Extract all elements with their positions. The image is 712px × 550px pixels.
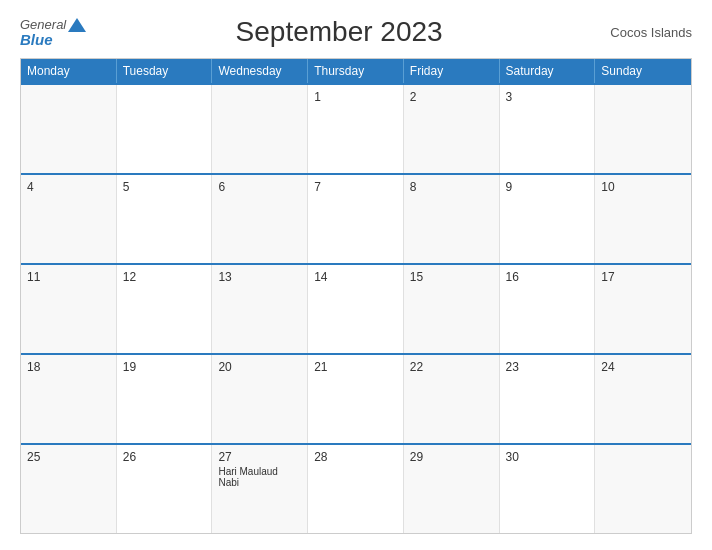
- logo: General Blue: [20, 18, 86, 47]
- table-row: [595, 85, 691, 173]
- table-row: 4: [21, 175, 117, 263]
- table-row: 24: [595, 355, 691, 443]
- weekday-thursday: Thursday: [308, 59, 404, 83]
- table-row: 27 Hari Maulaud Nabi: [212, 445, 308, 533]
- calendar-week-5: 25 26 27 Hari Maulaud Nabi 28 29 30: [21, 443, 691, 533]
- page-title: September 2023: [86, 16, 592, 48]
- weekday-monday: Monday: [21, 59, 117, 83]
- logo-blue-text: Blue: [20, 32, 53, 47]
- table-row: 15: [404, 265, 500, 353]
- table-row: 22: [404, 355, 500, 443]
- table-row: 8: [404, 175, 500, 263]
- table-row: 23: [500, 355, 596, 443]
- table-row: 21: [308, 355, 404, 443]
- weekday-friday: Friday: [404, 59, 500, 83]
- table-row: 12: [117, 265, 213, 353]
- calendar-week-4: 18 19 20 21 22 23 24: [21, 353, 691, 443]
- calendar-week-3: 11 12 13 14 15 16 17: [21, 263, 691, 353]
- table-row: 19: [117, 355, 213, 443]
- event-hari-maulaud-nabi: Hari Maulaud Nabi: [218, 466, 301, 488]
- table-row: 30: [500, 445, 596, 533]
- table-row: 5: [117, 175, 213, 263]
- calendar-page: General Blue September 2023 Cocos Island…: [0, 0, 712, 550]
- table-row: 25: [21, 445, 117, 533]
- table-row: 26: [117, 445, 213, 533]
- page-header: General Blue September 2023 Cocos Island…: [20, 16, 692, 48]
- table-row: [117, 85, 213, 173]
- table-row: [595, 445, 691, 533]
- table-row: [212, 85, 308, 173]
- weekday-saturday: Saturday: [500, 59, 596, 83]
- table-row: 28: [308, 445, 404, 533]
- table-row: 3: [500, 85, 596, 173]
- table-row: 7: [308, 175, 404, 263]
- table-row: 14: [308, 265, 404, 353]
- logo-general-text: General: [20, 18, 66, 31]
- calendar-week-2: 4 5 6 7 8 9 10: [21, 173, 691, 263]
- table-row: 18: [21, 355, 117, 443]
- weekday-tuesday: Tuesday: [117, 59, 213, 83]
- table-row: 9: [500, 175, 596, 263]
- table-row: 1: [308, 85, 404, 173]
- region-label: Cocos Islands: [592, 25, 692, 40]
- weekday-sunday: Sunday: [595, 59, 691, 83]
- calendar-body: 1 2 3 4 5 6 7 8 9 10 11 12 13 14 15: [21, 83, 691, 533]
- table-row: 13: [212, 265, 308, 353]
- calendar-header: Monday Tuesday Wednesday Thursday Friday…: [21, 59, 691, 83]
- calendar-grid: Monday Tuesday Wednesday Thursday Friday…: [20, 58, 692, 534]
- table-row: 29: [404, 445, 500, 533]
- calendar-week-1: 1 2 3: [21, 83, 691, 173]
- logo-triangle-icon: [68, 18, 86, 32]
- weekday-wednesday: Wednesday: [212, 59, 308, 83]
- table-row: 6: [212, 175, 308, 263]
- table-row: 2: [404, 85, 500, 173]
- table-row: [21, 85, 117, 173]
- table-row: 16: [500, 265, 596, 353]
- table-row: 20: [212, 355, 308, 443]
- table-row: 10: [595, 175, 691, 263]
- table-row: 17: [595, 265, 691, 353]
- table-row: 11: [21, 265, 117, 353]
